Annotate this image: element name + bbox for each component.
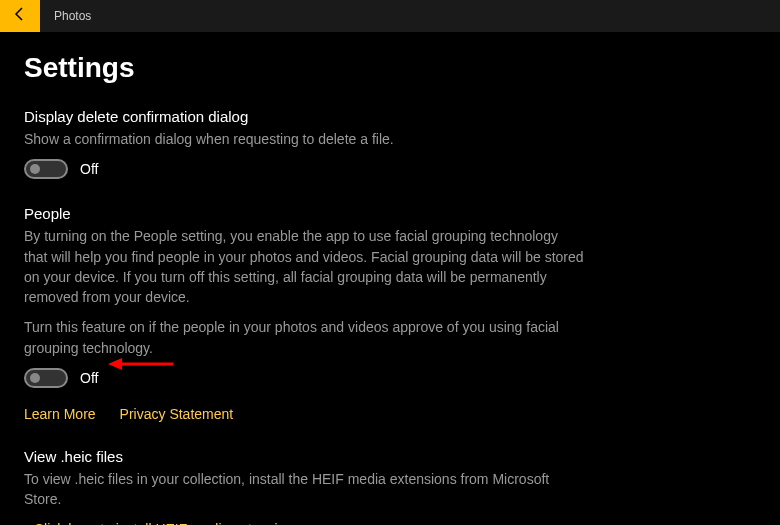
people-toggle[interactable] <box>24 368 68 388</box>
people-title: People <box>24 205 756 222</box>
toggle-knob-icon <box>30 373 40 383</box>
delete-confirm-title: Display delete confirmation dialog <box>24 108 756 125</box>
heic-desc: To view .heic files in your collection, … <box>24 469 584 510</box>
delete-confirm-toggle-label: Off <box>80 161 98 177</box>
section-delete-confirm: Display delete confirmation dialog Show … <box>24 108 756 179</box>
heic-title: View .heic files <box>24 448 756 465</box>
app-header: Photos <box>0 0 780 32</box>
delete-confirm-desc: Show a confirmation dialog when requesti… <box>24 129 584 149</box>
delete-confirm-toggle-row: Off <box>24 159 756 179</box>
section-people: People By turning on the People setting,… <box>24 205 756 422</box>
people-toggle-row: Off <box>24 368 756 388</box>
people-toggle-label: Off <box>80 370 98 386</box>
people-desc: By turning on the People setting, you en… <box>24 226 584 307</box>
privacy-statement-link[interactable]: Privacy Statement <box>120 406 234 422</box>
page-title: Settings <box>24 52 756 84</box>
delete-confirm-toggle[interactable] <box>24 159 68 179</box>
learn-more-link[interactable]: Learn More <box>24 406 96 422</box>
settings-content: Settings Display delete confirmation dia… <box>0 32 780 525</box>
people-links: Learn More Privacy Statement <box>24 406 756 422</box>
people-desc2: Turn this feature on if the people in yo… <box>24 317 584 358</box>
heic-install-link[interactable]: Click here to install HEIF media extensi… <box>34 521 300 525</box>
back-arrow-icon <box>12 6 28 26</box>
app-title: Photos <box>54 9 91 23</box>
back-button[interactable] <box>0 0 40 32</box>
section-heic: View .heic files To view .heic files in … <box>24 448 756 525</box>
toggle-knob-icon <box>30 164 40 174</box>
